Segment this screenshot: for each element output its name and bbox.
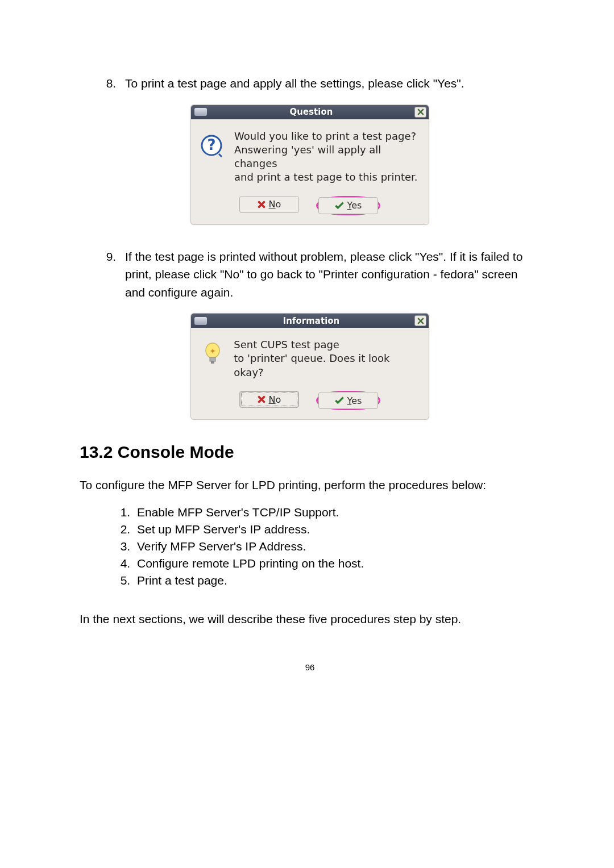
dialog1-message: Would you like to print a test page? Ans… bbox=[234, 130, 420, 185]
step-9: If the test page is printed without prob… bbox=[119, 248, 540, 302]
yes-button-label: Yes bbox=[347, 395, 362, 406]
dialog2-titlebar: Information bbox=[191, 314, 429, 328]
page-number: 96 bbox=[80, 662, 540, 672]
dialog1-titlebar: Question bbox=[191, 105, 429, 119]
svg-text:✦: ✦ bbox=[209, 347, 216, 356]
question-mark-icon: ? bbox=[200, 133, 225, 158]
dialog2-line1: Sent CUPS test page bbox=[234, 338, 420, 352]
outro-paragraph: In the next sections, we will describe t… bbox=[80, 610, 540, 628]
no-button-label: No bbox=[269, 199, 281, 210]
close-icon[interactable] bbox=[414, 315, 426, 326]
cancel-icon bbox=[258, 201, 265, 208]
dialog2-line2: to 'printer' queue. Does it look okay? bbox=[234, 352, 420, 379]
highlight-ring: Yes bbox=[316, 196, 380, 215]
intro-paragraph: To configure the MFP Server for LPD prin… bbox=[80, 476, 540, 494]
list-item: Set up MFP Server's IP address. bbox=[134, 523, 540, 536]
svg-rect-4 bbox=[211, 361, 214, 364]
lightbulb-icon: ✦ bbox=[200, 341, 225, 366]
no-button-label: No bbox=[269, 394, 281, 405]
procedure-list: Enable MFP Server's TCP/IP Support. Set … bbox=[80, 506, 540, 587]
list-item: Enable MFP Server's TCP/IP Support. bbox=[134, 506, 540, 519]
dialog1-line2: Answering 'yes' will apply all changes bbox=[234, 143, 420, 171]
dialog2-title: Information bbox=[210, 316, 412, 326]
step-8-text: To print a test page and apply all the s… bbox=[125, 77, 464, 90]
yes-button[interactable]: Yes bbox=[318, 197, 378, 214]
list-item: Verify MFP Server's IP Address. bbox=[134, 540, 540, 553]
section-heading: 13.2 Console Mode bbox=[80, 443, 540, 462]
information-dialog: Information ✦ Sent CUPS test page to bbox=[190, 313, 429, 420]
yes-button[interactable]: Yes bbox=[318, 392, 378, 409]
dialog1-line3: and print a test page to this printer. bbox=[234, 170, 420, 184]
check-icon bbox=[335, 397, 344, 404]
list-item: Configure remote LPD printing on the hos… bbox=[134, 557, 540, 570]
dialog1-line1: Would you like to print a test page? bbox=[234, 130, 420, 143]
cancel-icon bbox=[258, 395, 265, 403]
step-9-text: If the test page is printed without prob… bbox=[125, 250, 522, 299]
no-button[interactable]: No bbox=[239, 391, 299, 408]
svg-text:?: ? bbox=[207, 136, 215, 153]
window-menu-icon[interactable] bbox=[194, 317, 207, 325]
svg-rect-3 bbox=[210, 357, 215, 361]
step-8: To print a test page and apply all the s… bbox=[119, 74, 540, 93]
check-icon bbox=[335, 202, 344, 210]
yes-button-label: Yes bbox=[347, 200, 362, 211]
dialog1-title: Question bbox=[210, 107, 412, 117]
window-menu-icon[interactable] bbox=[194, 108, 207, 116]
list-item: Print a test page. bbox=[134, 574, 540, 587]
highlight-ring: Yes bbox=[316, 391, 380, 410]
close-icon[interactable] bbox=[414, 107, 426, 118]
no-button[interactable]: No bbox=[239, 196, 299, 213]
dialog2-message: Sent CUPS test page to 'printer' queue. … bbox=[234, 338, 420, 379]
question-dialog: Question ? Would you like to print a tes… bbox=[190, 105, 429, 225]
